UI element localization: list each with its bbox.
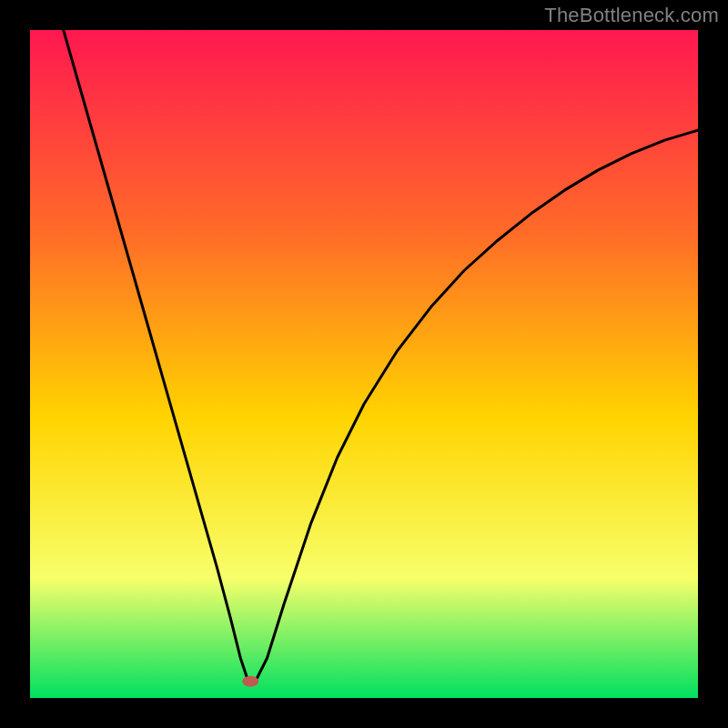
chart-container: TheBottleneck.com xyxy=(0,0,728,728)
plot-area xyxy=(30,30,698,698)
minimum-marker xyxy=(242,676,258,687)
bottleneck-chart xyxy=(0,0,728,728)
watermark-text: TheBottleneck.com xyxy=(544,4,719,27)
